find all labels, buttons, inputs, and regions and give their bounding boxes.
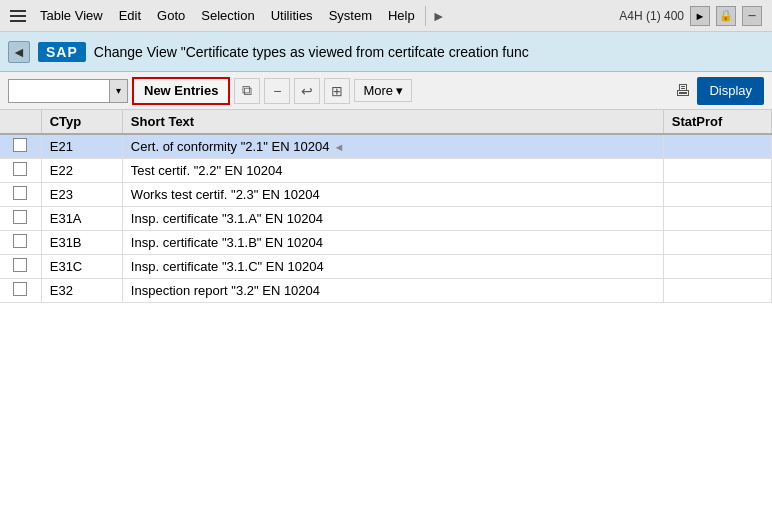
cell-ctyp: E21 xyxy=(41,134,122,159)
cell-ctyp: E32 xyxy=(41,279,122,303)
more-label: More xyxy=(363,83,393,98)
hamburger-menu[interactable] xyxy=(4,2,32,30)
cell-statprof xyxy=(663,255,771,279)
table-row[interactable]: E31BInsp. certificate "3.1.B" EN 10204 xyxy=(0,231,772,255)
cell-short-text: Insp. certificate "3.1.B" EN 10204 xyxy=(122,231,663,255)
menu-goto[interactable]: Goto xyxy=(149,4,193,27)
main-table: CTyp Short Text StatProf E21Cert. of con… xyxy=(0,110,772,303)
table-row[interactable]: E23Works test certif. "2.3" EN 10204 xyxy=(0,183,772,207)
cell-ctyp: E31C xyxy=(41,255,122,279)
cell-short-text: Insp. certificate "3.1.A" EN 10204 xyxy=(122,207,663,231)
menu-selection[interactable]: Selection xyxy=(193,4,262,27)
sap-logo: SAP xyxy=(38,42,86,62)
row-checkbox[interactable] xyxy=(13,162,27,176)
undo-icon-btn[interactable]: ↩ xyxy=(294,78,320,104)
menu-bar: Table View Edit Goto Selection Utilities… xyxy=(0,0,772,32)
cell-short-text: Cert. of conformity "2.1" EN 10204◄ xyxy=(122,134,663,159)
row-checkbox[interactable] xyxy=(13,186,27,200)
row-checkbox-cell xyxy=(0,159,41,183)
cell-short-text: Insp. certificate "3.1.C" EN 10204 xyxy=(122,255,663,279)
toolbar-right: 🖶 Display xyxy=(675,77,764,105)
table-row[interactable]: E31CInsp. certificate "3.1.C" EN 10204 xyxy=(0,255,772,279)
forward-arrow-icon[interactable]: ► xyxy=(428,8,450,24)
row-checkbox-cell xyxy=(0,255,41,279)
cell-statprof xyxy=(663,134,771,159)
minimize-btn[interactable]: ─ xyxy=(742,6,762,26)
nav-lock-btn[interactable]: 🔒 xyxy=(716,6,736,26)
col-header-ctyp: CTyp xyxy=(41,110,122,134)
system-info: A4H (1) 400 xyxy=(619,9,684,23)
menu-bar-right: A4H (1) 400 ► 🔒 ─ xyxy=(619,6,768,26)
cell-ctyp: E31A xyxy=(41,207,122,231)
table-row[interactable]: E31AInsp. certificate "3.1.A" EN 10204 xyxy=(0,207,772,231)
menu-help[interactable]: Help xyxy=(380,4,423,27)
toolbar: ▾ New Entries ⧉ − ↩ ⊞ More ▾ 🖶 Display xyxy=(0,72,772,110)
display-button[interactable]: Display xyxy=(697,77,764,105)
search-input[interactable] xyxy=(9,80,109,102)
table-header-row: CTyp Short Text StatProf xyxy=(0,110,772,134)
row-checkbox[interactable] xyxy=(13,138,27,152)
row-checkbox[interactable] xyxy=(13,258,27,272)
cell-statprof xyxy=(663,183,771,207)
row-checkbox-cell xyxy=(0,207,41,231)
cell-ctyp: E22 xyxy=(41,159,122,183)
row-checkbox[interactable] xyxy=(13,234,27,248)
title-bar: ◄ SAP Change View "Certificate types as … xyxy=(0,32,772,72)
table-row[interactable]: E32Inspection report "3.2" EN 10204 xyxy=(0,279,772,303)
table-row[interactable]: E21Cert. of conformity "2.1" EN 10204◄ xyxy=(0,134,772,159)
table-container: CTyp Short Text StatProf E21Cert. of con… xyxy=(0,110,772,531)
menu-edit[interactable]: Edit xyxy=(111,4,149,27)
cell-short-text: Test certif. "2.2" EN 10204 xyxy=(122,159,663,183)
row-checkbox[interactable] xyxy=(13,210,27,224)
row-checkbox-cell xyxy=(0,279,41,303)
row-checkbox-cell xyxy=(0,183,41,207)
printer-icon[interactable]: 🖶 xyxy=(675,82,691,100)
cell-statprof xyxy=(663,231,771,255)
col-header-short-text: Short Text xyxy=(122,110,663,134)
search-dropdown-btn[interactable]: ▾ xyxy=(109,80,127,102)
copy-icon-btn[interactable]: ⧉ xyxy=(234,78,260,104)
more-chevron-icon: ▾ xyxy=(396,83,403,98)
cell-statprof xyxy=(663,159,771,183)
row-checkbox[interactable] xyxy=(13,282,27,296)
row-checkbox-cell xyxy=(0,134,41,159)
cell-statprof xyxy=(663,279,771,303)
cell-short-text: Inspection report "3.2" EN 10204 xyxy=(122,279,663,303)
new-entries-button[interactable]: New Entries xyxy=(132,77,230,105)
delete-icon-btn[interactable]: − xyxy=(264,78,290,104)
menu-system[interactable]: System xyxy=(321,4,380,27)
page-title: Change View "Certificate types as viewed… xyxy=(94,44,764,60)
search-input-wrap: ▾ xyxy=(8,79,128,103)
menu-utilities[interactable]: Utilities xyxy=(263,4,321,27)
menu-table-view[interactable]: Table View xyxy=(32,4,111,27)
back-button[interactable]: ◄ xyxy=(8,41,30,63)
row-checkbox-cell xyxy=(0,231,41,255)
col-header-checkbox xyxy=(0,110,41,134)
cell-short-text: Works test certif. "2.3" EN 10204 xyxy=(122,183,663,207)
nav-forward-btn[interactable]: ► xyxy=(690,6,710,26)
table-row[interactable]: E22Test certif. "2.2" EN 10204 xyxy=(0,159,772,183)
separator xyxy=(425,6,426,26)
split-icon-btn[interactable]: ⊞ xyxy=(324,78,350,104)
cell-statprof xyxy=(663,207,771,231)
col-header-statprof: StatProf xyxy=(663,110,771,134)
cell-ctyp: E23 xyxy=(41,183,122,207)
more-button[interactable]: More ▾ xyxy=(354,79,412,102)
cell-ctyp: E31B xyxy=(41,231,122,255)
